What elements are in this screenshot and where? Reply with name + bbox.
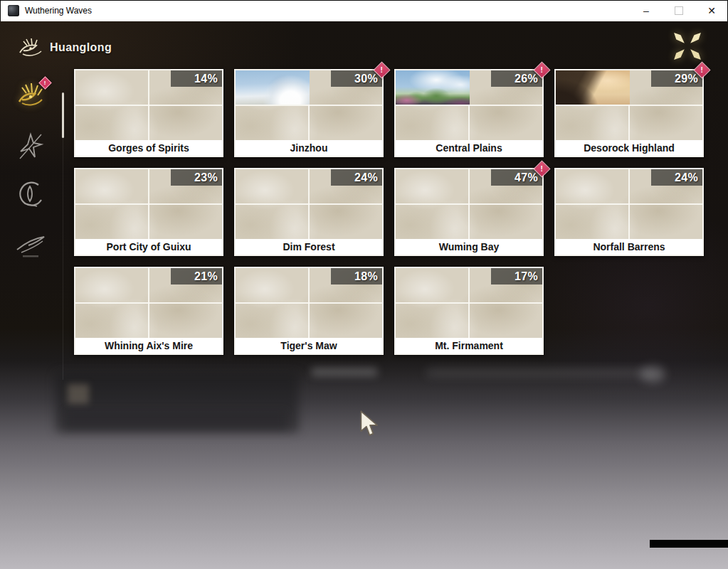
desorock-cliff-thumbnail xyxy=(556,70,630,105)
region-card-jinzhou[interactable]: 30% Jinzhou ! xyxy=(234,69,384,157)
region-name: Mt. Firmament xyxy=(396,338,542,353)
exploration-progress: 17% xyxy=(491,268,542,284)
close-button[interactable]: ✕ xyxy=(695,0,728,21)
sigil-bird-emblem-icon xyxy=(14,231,48,260)
faction-sidebar: ! xyxy=(0,71,61,270)
region-card-port-city-of-guixu[interactable]: 23% Port City of Guixu xyxy=(74,168,223,256)
blurred-background-streak xyxy=(427,369,648,376)
scrollbar-thumb[interactable] xyxy=(62,92,64,138)
region-name: Central Plains xyxy=(396,140,542,156)
blurred-background-row xyxy=(65,411,286,430)
exploration-progress: 24% xyxy=(331,169,382,186)
maximize-button[interactable] xyxy=(663,0,695,21)
page-title: Huanglong xyxy=(50,41,112,54)
region-card-grid: 14% Gorges of Spirits 30% Jinzhou ! 26% xyxy=(74,69,704,355)
map-preview: 47% xyxy=(396,169,542,239)
region-card-dim-forest[interactable]: 24% Dim Forest xyxy=(234,168,384,256)
region-header: Huanglong xyxy=(17,37,112,58)
region-name: Wuming Bay xyxy=(396,239,542,255)
exploration-progress: 18% xyxy=(331,268,382,284)
region-name: Desorock Highland xyxy=(556,140,702,156)
window-controls: – ✕ xyxy=(630,0,728,21)
app-window: Wuthering Waves – ✕ Huanglong xyxy=(0,0,728,569)
region-card-desorock-highland[interactable]: 29% Desorock Highland ! xyxy=(554,69,704,157)
close-icon: ✕ xyxy=(707,6,716,16)
region-emblem-icon xyxy=(17,37,44,58)
jinzhou-landscape-thumbnail xyxy=(236,70,310,105)
sidebar-item-huanglong[interactable]: ! xyxy=(0,71,61,121)
map-preview: 14% xyxy=(75,70,222,140)
window-title: Wuthering Waves xyxy=(25,6,92,16)
region-name: Port City of Guixu xyxy=(75,239,222,255)
region-name: Whining Aix's Mire xyxy=(75,338,222,353)
region-card-gorges-of-spirits[interactable]: 14% Gorges of Spirits xyxy=(74,69,223,157)
maximize-icon xyxy=(675,6,683,15)
region-card-wuming-bay[interactable]: 47% Wuming Bay ! xyxy=(394,168,544,256)
exploration-progress: 21% xyxy=(171,268,222,284)
sidebar-item-2[interactable] xyxy=(0,121,61,171)
map-preview: 23% xyxy=(75,169,222,239)
region-name: Dim Forest xyxy=(236,239,382,255)
gold-cross-icon[interactable] xyxy=(672,31,702,61)
minimize-button[interactable]: – xyxy=(630,0,663,21)
bottom-right-black-bar xyxy=(650,540,728,548)
game-viewport: Huanglong ! xyxy=(0,21,728,569)
region-card-mt-firmament[interactable]: 17% Mt. Firmament xyxy=(394,267,544,355)
scrollbar-track xyxy=(63,138,63,380)
region-name: Gorges of Spirits xyxy=(75,140,222,156)
minimize-icon: – xyxy=(643,6,649,16)
sigil-star-emblem-icon xyxy=(16,130,45,161)
map-preview: 24% xyxy=(556,169,702,239)
exploration-progress: 30% xyxy=(331,70,382,87)
exploration-progress: 23% xyxy=(171,169,222,186)
exploration-progress: 24% xyxy=(651,169,702,186)
title-bar: Wuthering Waves – ✕ xyxy=(0,0,728,21)
app-logo-icon xyxy=(8,5,19,16)
map-preview: 21% xyxy=(75,268,222,338)
region-name: Tiger's Maw xyxy=(236,338,382,353)
central-plains-landscape-thumbnail xyxy=(396,70,470,105)
map-preview: 18% xyxy=(236,268,382,338)
sidebar-item-3[interactable] xyxy=(0,171,61,220)
exploration-progress: 29% xyxy=(651,70,702,87)
map-preview: 26% xyxy=(396,70,542,140)
map-preview: 30% xyxy=(236,70,382,140)
map-preview: 17% xyxy=(396,268,542,338)
mouse-cursor xyxy=(359,410,381,437)
map-preview: 24% xyxy=(236,169,382,239)
exploration-progress: 26% xyxy=(491,70,542,87)
map-preview: 29% xyxy=(556,70,702,140)
sidebar-item-4[interactable] xyxy=(0,220,61,270)
blurred-background-chip xyxy=(68,384,89,404)
region-card-whining-aixs-mire[interactable]: 21% Whining Aix's Mire xyxy=(74,267,223,355)
region-name: Jinzhou xyxy=(236,140,382,156)
region-card-central-plains[interactable]: 26% Central Plains ! xyxy=(394,69,544,157)
exploration-progress: 14% xyxy=(171,70,222,87)
blurred-background-blob xyxy=(640,366,665,382)
wuming-bay-landscape-thumbnail xyxy=(396,169,470,203)
region-card-norfall-barrens[interactable]: 24% Norfall Barrens xyxy=(554,168,704,256)
sigil-circle-emblem-icon xyxy=(15,178,46,213)
exploration-progress: 47% xyxy=(491,169,542,186)
region-card-tigers-maw[interactable]: 18% Tiger's Maw xyxy=(234,267,384,355)
blurred-background-streak xyxy=(312,368,377,376)
region-name: Norfall Barrens xyxy=(556,239,702,255)
